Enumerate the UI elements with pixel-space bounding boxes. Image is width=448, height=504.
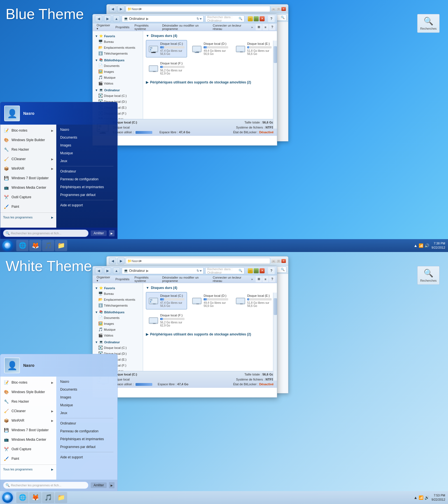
w-fg-forward-btn[interactable]: ▶ xyxy=(104,267,111,274)
bg-min-btn[interactable]: ─ xyxy=(271,7,276,11)
w-ordinateur-header[interactable]: ▼💻 Ordinateur xyxy=(93,339,143,345)
w-tree-musique[interactable]: 🎵Musique xyxy=(93,326,143,332)
fg-help-btn[interactable]: ? xyxy=(268,15,275,22)
fg-search-bar[interactable]: Rechercher dans : Ordinateur 🔍 xyxy=(205,15,244,22)
bg-max-btn[interactable]: □ xyxy=(276,7,281,11)
menu-item-style-builder[interactable]: 🎨 Windows Style Builder xyxy=(0,135,56,145)
view-btn-1[interactable]: ⊞ xyxy=(256,24,262,30)
w-toolbar-proprietes-systeme[interactable]: Propriétés système xyxy=(132,275,159,283)
w-right-documents[interactable]: Documents xyxy=(56,386,117,393)
right-panneau[interactable]: Panneau de configuration xyxy=(56,175,117,183)
w-fg-close-btn[interactable]: ✕ xyxy=(260,268,265,273)
white-scrollbar[interactable] xyxy=(273,293,277,381)
w-right-programmes[interactable]: Programmes par défaut xyxy=(56,443,117,451)
taskbar-explorer-btn[interactable]: 📁 xyxy=(55,240,67,251)
menu-item-bloc-notes[interactable]: 📝 Bloc-notes ▶ xyxy=(0,126,56,135)
bg-address-bar[interactable]: 📁 Nasro ▶ xyxy=(126,6,270,12)
drive-e-item[interactable]: Disque local (E:) 51,8 Go libres sur 56,… xyxy=(233,40,274,57)
menu-all-programs[interactable]: Tous les programmes ▶ xyxy=(0,214,56,221)
drive-f-item[interactable]: Disque local (F:) 56,2 Go libres sur 62,… xyxy=(146,60,187,77)
taskbar-browser-btn[interactable]: 🦊 xyxy=(29,240,41,251)
white-start-orb[interactable] xyxy=(2,492,13,503)
tree-documents[interactable]: 📄Documents xyxy=(93,63,143,69)
w-right-musique[interactable]: Musique xyxy=(56,401,117,409)
w-tree-downloads[interactable]: ⬇️Téléchargements xyxy=(93,302,143,308)
w-help-toolbar-btn[interactable]: ? xyxy=(269,276,275,282)
w-tree-videos[interactable]: 🎬Vidéos xyxy=(93,332,143,338)
white-shutdown-btn[interactable]: Arrêter xyxy=(91,482,107,488)
drive-d-item[interactable]: Disque local (D:) 49,4 Go libres sur 56,… xyxy=(189,40,230,57)
white-shutdown-arrow-btn[interactable]: ▶ xyxy=(109,482,115,488)
right-jeux[interactable]: Jeux xyxy=(56,157,117,165)
w-right-images[interactable]: Images xyxy=(56,393,117,401)
w-right-panneau[interactable]: Panneau de configuration xyxy=(56,427,117,435)
ordinateur-header[interactable]: ▼💻 Ordinateur xyxy=(93,87,143,93)
bg-back-btn[interactable]: ◀ xyxy=(109,6,116,12)
disques-section-header[interactable]: ▼ Disques durs (4) xyxy=(146,34,274,38)
bg-close-btn[interactable]: ✕ xyxy=(281,7,286,11)
w-drive-e-item[interactable]: Disque local (E:) 51,8 Go libres sur 56,… xyxy=(233,292,274,309)
menu-item-paint[interactable]: 🖌️ Paint xyxy=(0,202,56,211)
w-tree-recent[interactable]: 📂Emplacements récents xyxy=(93,297,143,302)
right-programmes[interactable]: Programmes par défaut xyxy=(56,191,117,199)
tree-musique[interactable]: 🎵Musique xyxy=(93,74,143,80)
menu-item-winrar[interactable]: 📦 WinRAR ▶ xyxy=(0,164,56,173)
right-documents[interactable]: Documents xyxy=(56,134,117,141)
w-menu-item-style-builder[interactable]: 🎨 Windows Style Builder xyxy=(0,387,56,397)
toolbar-more[interactable]: » xyxy=(249,25,255,29)
w-bg-address-bar[interactable]: 📁 Nasro ▶ xyxy=(126,258,270,264)
w-menu-item-media-center[interactable]: 📺 Windows Media Center xyxy=(0,435,56,444)
fg-dropdown-btn[interactable]: ▾ xyxy=(200,17,202,21)
tree-bureau[interactable]: 🖥️Bureau xyxy=(93,39,143,45)
toolbar-connecter[interactable]: Connecter un lecteur réseau xyxy=(211,23,248,31)
white-search-box[interactable]: 🔍 Rechercher les programmes et fich... xyxy=(3,482,88,489)
blue-shutdown-btn[interactable]: Arrêter xyxy=(91,230,107,236)
blue-shutdown-arrow-btn[interactable]: ▶ xyxy=(109,230,115,236)
tree-images[interactable]: 🖼️Images xyxy=(93,69,143,74)
w-taskbar-ie-btn[interactable]: 🌐 xyxy=(16,492,29,503)
w-menu-item-res-hacker[interactable]: 🔧 Res Hacker xyxy=(0,397,56,406)
white-scrollbar-thumb[interactable] xyxy=(274,298,277,315)
scrollbar[interactable] xyxy=(273,41,277,129)
w-taskbar-media-btn[interactable]: 🎵 xyxy=(42,492,54,503)
w-menu-item-bloc-notes[interactable]: 📝 Bloc-notes ▶ xyxy=(0,378,56,387)
view-btn-2[interactable]: ≡ xyxy=(262,24,269,30)
w-menu-item-ccleaner[interactable]: 🧹 CCleaner ▶ xyxy=(0,406,56,416)
fg-close-btn[interactable]: ✕ xyxy=(260,16,265,21)
menu-item-media-center[interactable]: 📺 Windows Media Center xyxy=(0,183,56,192)
blue-start-button[interactable] xyxy=(0,239,15,252)
w-tree-images[interactable]: 🖼️Images xyxy=(93,321,143,326)
w-tree-bureau[interactable]: 🖥️Bureau xyxy=(93,291,143,297)
menu-item-res-hacker[interactable]: 🔧 Res Hacker xyxy=(0,145,56,154)
w-view-btn-1[interactable]: ⊞ xyxy=(256,276,262,282)
w-bg-back-btn[interactable]: ◀ xyxy=(109,258,116,264)
w-tree-c[interactable]: 💽Disque local (C:) xyxy=(93,345,143,351)
bibliotheques-header[interactable]: ▼📚 Bibliothèques xyxy=(93,57,143,63)
taskbar-ie-btn[interactable]: 🌐 xyxy=(16,240,29,251)
right-musique[interactable]: Musique xyxy=(56,149,117,157)
white-start-button[interactable] xyxy=(0,491,15,504)
toolbar-organiser[interactable]: Organiser ▾ xyxy=(94,23,113,31)
w-bg-min-btn[interactable]: ─ xyxy=(271,259,276,263)
w-tree-documents[interactable]: 📄Documents xyxy=(93,315,143,321)
w-bg-max-btn[interactable]: □ xyxy=(276,259,281,263)
w-menu-item-paint[interactable]: 🖌️ Paint xyxy=(0,454,56,463)
right-ordinateur[interactable]: Ordinateur xyxy=(56,167,117,175)
w-view-btn-2[interactable]: ≡ xyxy=(262,276,269,282)
blue-start-orb[interactable] xyxy=(2,240,13,251)
right-peripheriques[interactable]: Périphériques et imprimantes xyxy=(56,183,117,191)
tree-videos[interactable]: 🎬Vidéos xyxy=(93,80,143,86)
menu-item-outil-capture[interactable]: ✂️ Outil Capture xyxy=(0,192,56,202)
right-nasro[interactable]: Nasro xyxy=(56,126,117,134)
w-right-aide[interactable]: Aide et support xyxy=(56,453,117,461)
bg-forward-btn[interactable]: ▶ xyxy=(117,6,125,12)
fg-address-bar[interactable]: 💻 Ordinateur ▶ ↻ ▾ xyxy=(122,15,204,22)
w-fg-search-bar[interactable]: Rechercher dans : Ordinateur 🔍 xyxy=(205,267,244,274)
menu-item-boot-updater[interactable]: 💾 Windows 7 Boot Updater xyxy=(0,173,56,183)
w-right-ordinateur[interactable]: Ordinateur xyxy=(56,419,117,427)
w-disques-section-header[interactable]: ▼ Disques durs (4) xyxy=(146,286,274,290)
w-menu-item-boot-updater[interactable]: 💾 Windows 7 Boot Updater xyxy=(0,425,56,435)
toolbar-desinstaller[interactable]: Désinstaller ou modifier un programme xyxy=(160,23,210,31)
w-right-nasro[interactable]: Nasro xyxy=(56,378,117,386)
w-drive-f-item[interactable]: Disque local (F:) 56,2 Go libres sur 62,… xyxy=(146,312,187,329)
